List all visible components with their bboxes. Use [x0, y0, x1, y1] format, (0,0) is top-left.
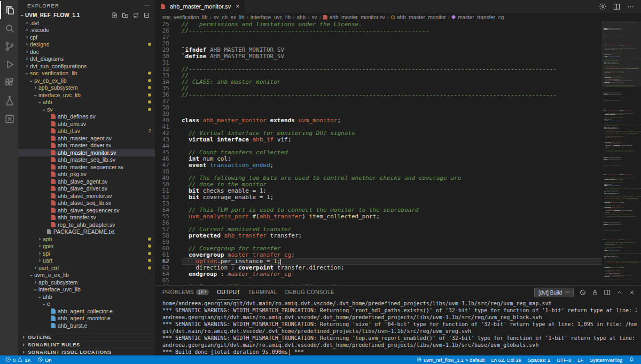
collapse-folders-icon[interactable]: [143, 12, 150, 19]
editor-gutter[interactable]: 2526272829303132333435363738394041424344…: [155, 21, 176, 285]
breadcrumb-item[interactable]: interface_uvc_lib: [251, 14, 291, 20]
tree-folder-uart[interactable]: ›uart: [18, 257, 155, 265]
breadcrumb-item[interactable]: master_transfer_cg: [452, 14, 504, 20]
breadcrumb-item[interactable]: soc_verification_lib: [162, 14, 208, 20]
project-root-folder[interactable]: › UVM_REF_FLOW_1.1: [18, 11, 155, 19]
search-icon[interactable]: [0, 19, 18, 37]
tree-folder-.dvt[interactable]: ›.dvt: [18, 19, 155, 27]
tree-folder-ahb[interactable]: ›ahb: [18, 99, 155, 106]
tree-file-ahb_agent_monitor.e[interactable]: ahb_agent_monitor.e: [18, 315, 155, 322]
source-control-icon[interactable]: [0, 37, 18, 56]
problems-status[interactable]: 01K: [2, 355, 34, 364]
tree-folder-apb_subsystem[interactable]: ›apb_subsystem: [18, 84, 155, 92]
tree-folder-dvt_diagrams[interactable]: ›dvt_diagrams: [18, 56, 155, 63]
tree-file-ahb_burst.e[interactable]: ahb_burst.e: [18, 322, 155, 329]
tab-ahb-master-monitor[interactable]: ahb_master_monitor.sv ×: [155, 0, 245, 13]
cursor-position-status[interactable]: Ln 62, Col 29: [488, 355, 525, 364]
minimap[interactable]: // permissions and limitations under the…: [601, 21, 641, 285]
breadcrumb-item[interactable]: sv: [311, 14, 317, 20]
tree-folder-uart_ctrl[interactable]: ›uart_ctrl: [18, 264, 155, 272]
panel-tab-debug-console[interactable]: DEBUG CONSOLE: [285, 286, 334, 299]
new-folder-icon[interactable]: [122, 12, 129, 19]
clear-output-icon[interactable]: [579, 289, 587, 296]
tree-folder-dvt_run_configurations[interactable]: ›dvt_run_configurations: [18, 62, 155, 70]
tree-file-ahb_transfer.sv[interactable]: ahb_transfer.sv: [18, 214, 155, 221]
run-debug-icon[interactable]: [0, 56, 18, 74]
build-config-status[interactable]: uvm_ref_flow_1.1 > default: [413, 355, 488, 364]
tree-file-ahb_slave_driver.sv[interactable]: ahb_slave_driver.sv: [18, 185, 155, 193]
tree-folder-sv[interactable]: ›sv: [18, 106, 155, 113]
tree-file-ahb_slave_sequencer.sv[interactable]: ahb_slave_sequencer.sv: [18, 207, 155, 214]
tree-file-ahb_pkg.sv[interactable]: ahb_pkg.sv: [18, 171, 155, 178]
tree-file-ahb_master_driver.sv[interactable]: ahb_master_driver.sv: [18, 142, 155, 149]
tree-folder-interface_uvc_lib[interactable]: ›interface_uvc_lib: [18, 286, 155, 294]
tree-item-label: interface_uvc_lib: [38, 286, 81, 292]
tree-file-ahb_agent_collector.e[interactable]: ahb_agent_collector.e: [18, 307, 155, 315]
language-status[interactable]: SystemVerilog: [587, 355, 626, 364]
tree-file-ahb_slave_seq_lib.sv[interactable]: ahb_slave_seq_lib.sv: [18, 200, 155, 207]
tree-folder-soc_verification_lib[interactable]: ›soc_verification_lib: [18, 70, 155, 77]
close-icon[interactable]: ×: [236, 3, 239, 10]
section-sonarlint-rules[interactable]: ›SONARLINT RULES: [18, 341, 155, 348]
tree-file-ahb_defines.sv[interactable]: ahb_defines.sv: [18, 113, 155, 121]
eol-status[interactable]: LF: [574, 355, 587, 364]
new-file-icon[interactable]: [111, 12, 118, 19]
output-channel-select[interactable]: [dvt] Build: [534, 288, 574, 297]
panel-tab-terminal[interactable]: TERMINAL: [248, 286, 277, 299]
extensions-icon[interactable]: [0, 74, 18, 92]
tree-file-ahb_master_seq_lib.sv[interactable]: ahb_master_seq_lib.sv: [18, 156, 155, 164]
encoding-status[interactable]: UTF-8: [553, 355, 574, 364]
minimap-line: //--------------------------------------…: [603, 217, 641, 219]
tree-folder-spi[interactable]: ›spi: [18, 250, 155, 257]
breadcrumb-item[interactable]: ahb: [296, 14, 306, 20]
tree-folder-sv_cb_ex_lib[interactable]: ›sv_cb_ex_lib: [18, 77, 155, 84]
more-actions-icon[interactable]: [143, 2, 151, 9]
section-outline[interactable]: ›OUTLINE: [18, 333, 155, 341]
tree-folder-cpf[interactable]: ›cpf: [18, 34, 155, 41]
tree-file-ahb_slave_monitor.sv[interactable]: ahb_slave_monitor.sv: [18, 192, 155, 200]
output-line: home/andreea.georgian/git/dvt.main/ro.am…: [162, 300, 637, 307]
breadcrumb-item[interactable]: ahb_master_monitor.sv: [323, 14, 385, 20]
tree-file-ahb_if.sv[interactable]: ahb_if.sv2: [18, 128, 155, 135]
minimap-slider[interactable]: [601, 21, 641, 86]
close-panel-icon[interactable]: [628, 289, 636, 296]
tree-folder-e[interactable]: ›e: [18, 300, 155, 308]
tree-file-ahb_env.sv[interactable]: ahb_env.sv: [18, 120, 155, 128]
test-beaker-icon[interactable]: [0, 92, 18, 110]
lock-scroll-icon[interactable]: [591, 289, 599, 296]
maximize-panel-icon[interactable]: [616, 289, 623, 296]
section-sonarlint-issue-locations[interactable]: ›SONARLINT ISSUE LOCATIONS: [18, 348, 155, 355]
split-editor-icon[interactable]: [613, 3, 621, 11]
indentation-status[interactable]: Spaces: 2: [525, 355, 553, 364]
tree-file-reg_to_ahb_adapter.sv[interactable]: reg_to_ahb_adapter.sv: [18, 221, 155, 228]
breadcrumb-item[interactable]: ahb_master_monitor: [391, 14, 446, 20]
tree-item-label: ahb_slave_sequencer.sv: [58, 207, 120, 213]
tree-folder-designs[interactable]: ›designs: [18, 41, 155, 49]
tree-folder-gpio[interactable]: ›gpio: [18, 243, 155, 250]
dvt-tools-icon[interactable]: [0, 110, 18, 128]
panel-tab-problems[interactable]: PROBLEMS1K+: [162, 286, 209, 299]
tree-file-PACKAGE_README.txt[interactable]: PACKAGE_README.txt: [18, 228, 155, 236]
explorer-icon[interactable]: [0, 1, 18, 19]
tree-file-ahb_master_sequencer.sv[interactable]: ahb_master_sequencer.sv: [18, 163, 155, 171]
tree-file-ahb_master_monitor.sv[interactable]: ahb_master_monitor.sv: [18, 149, 155, 156]
tree-folder-interface_uvc_lib[interactable]: ›interface_uvc_lib: [18, 91, 155, 99]
settings-gear-icon[interactable]: [599, 3, 607, 11]
tree-folder-apb[interactable]: ›apb: [18, 235, 155, 243]
tree-folder-uvm_e_ex_lib[interactable]: ›uvm_e_ex_lib: [18, 272, 155, 279]
breadcrumb-item[interactable]: sv_cb_ex_lib: [214, 14, 245, 20]
split-panel-icon[interactable]: [604, 289, 611, 296]
tree-folder-doc[interactable]: ›doc: [18, 48, 155, 56]
tree-folder-ahb[interactable]: ›ahb: [18, 293, 155, 300]
output-log[interactable]: home/andreea.georgian/git/dvt.main/ro.am…: [155, 299, 641, 355]
more-actions-icon[interactable]: [627, 3, 635, 11]
tree-folder-.vscode[interactable]: ›.vscode: [18, 27, 155, 34]
notifications-status[interactable]: [626, 355, 638, 364]
panel-tab-output[interactable]: OUTPUT: [217, 286, 240, 299]
refresh-explorer-icon[interactable]: [132, 12, 139, 19]
tree-file-ahb_master_agent.sv[interactable]: ahb_master_agent.sv: [18, 134, 155, 142]
tree-folder-apb_subsystem[interactable]: ›apb_subsystem: [18, 279, 155, 286]
tree-file-ahb_slave_agent.sv[interactable]: ahb_slave_agent.sv: [18, 178, 155, 185]
code-editor[interactable]: // permissions and limitations under the…: [176, 21, 601, 285]
sonarlint-status[interactable]: On: [34, 355, 55, 364]
